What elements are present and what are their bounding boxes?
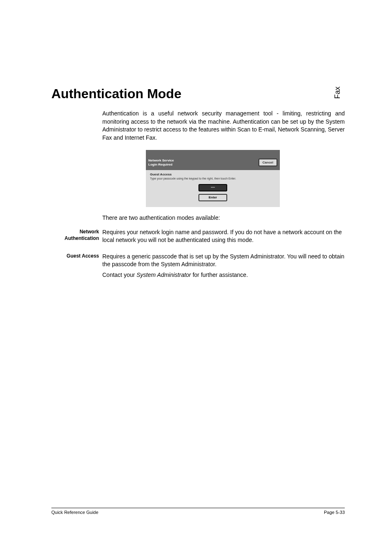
screenshot-container: Network Service Login Required Cancel Gu… — [146, 150, 345, 207]
guest-access-definition: Guest Access Requires a generic passcode… — [51, 253, 345, 282]
page-title: Authentication Mode — [51, 86, 345, 101]
desc2-suffix: for further assistance. — [191, 272, 248, 278]
network-auth-definition: Network Authentication Requires your net… — [51, 228, 345, 247]
page-content: Authentication Mode Authentication is a … — [0, 0, 392, 282]
screenshot-title-line2: Login Required — [148, 163, 174, 167]
guest-desc-1: Requires a generic passcode that is set … — [102, 253, 345, 269]
modes-intro-text: There are two authentication modes avail… — [102, 214, 345, 221]
guest-desc-2: Contact your System Administrator for fu… — [102, 271, 345, 279]
footer-right: Page 5-33 — [324, 510, 345, 515]
screenshot-titlebar: Network Service Login Required Cancel — [146, 157, 280, 170]
footer-left: Quick Reference Guide — [51, 510, 98, 515]
enter-button[interactable]: Enter — [198, 194, 227, 201]
network-auth-desc: Requires your network login name and pas… — [102, 228, 345, 247]
screenshot-title: Network Service Login Required — [148, 159, 174, 166]
term-line2: Authentication — [51, 235, 99, 242]
cancel-button[interactable]: Cancel — [258, 159, 277, 166]
screenshot-buttons: ***** Enter — [150, 184, 276, 201]
screenshot-body: Guest Access Type your passcode using th… — [146, 170, 280, 207]
screenshot-header-bar — [146, 150, 280, 157]
network-auth-term: Network Authentication — [51, 228, 102, 247]
desc2-prefix: Contact your — [102, 272, 136, 278]
term-line1: Network — [51, 228, 99, 235]
guest-access-term: Guest Access — [51, 253, 102, 282]
network-desc-text: Requires your network login name and pas… — [102, 228, 345, 244]
screenshot-title-line1: Network Service — [148, 159, 174, 163]
guest-access-title: Guest Access — [150, 173, 276, 176]
passcode-input[interactable]: ***** — [198, 184, 227, 191]
page-footer: Quick Reference Guide Page 5-33 — [51, 508, 345, 515]
desc2-italic: System Administrator — [136, 272, 191, 278]
passcode-instruction: Type your passcode using the keypad to t… — [150, 177, 276, 180]
intro-paragraph: Authentication is a useful network secur… — [102, 110, 345, 142]
login-screenshot: Network Service Login Required Cancel Gu… — [146, 150, 280, 207]
guest-access-desc: Requires a generic passcode that is set … — [102, 253, 345, 282]
